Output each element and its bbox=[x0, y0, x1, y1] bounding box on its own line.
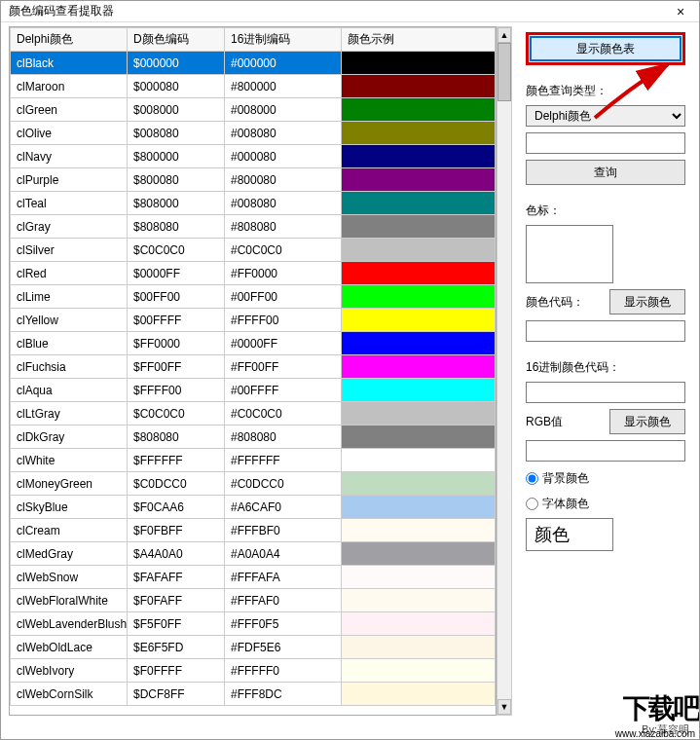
table-row[interactable]: clLime$00FF00#00FF00 bbox=[11, 285, 496, 309]
color-swatch bbox=[342, 285, 495, 308]
table-cell: $FF0000 bbox=[128, 332, 225, 355]
color-table[interactable]: Delphi颜色D颜色编码16进制编码颜色示例 clBlack$000000#0… bbox=[9, 26, 497, 716]
table-cell: clGray bbox=[11, 215, 128, 239]
table-cell: $C0C0C0 bbox=[128, 239, 225, 262]
table-cell: #808080 bbox=[225, 426, 342, 449]
table-row[interactable]: clBlue$FF0000#0000FF bbox=[11, 332, 496, 355]
rgb-input[interactable] bbox=[526, 440, 685, 462]
table-cell: #008080 bbox=[225, 192, 342, 215]
table-cell: clLtGray bbox=[11, 402, 128, 426]
table-row[interactable]: clLtGray$C0C0C0#C0C0C0 bbox=[11, 402, 496, 426]
table-cell: clGreen bbox=[11, 98, 128, 122]
scroll-track[interactable] bbox=[497, 43, 511, 699]
color-swatch-cell bbox=[342, 566, 496, 589]
close-icon[interactable]: × bbox=[666, 4, 695, 19]
color-swatch-cell bbox=[342, 75, 496, 98]
column-header[interactable]: 16进制编码 bbox=[225, 28, 342, 52]
column-header[interactable]: Delphi颜色 bbox=[11, 28, 128, 52]
color-swatch bbox=[342, 192, 495, 214]
table-row[interactable]: clWhite$FFFFFF#FFFFFF bbox=[11, 449, 496, 472]
table-row[interactable]: clWebIvory$F0FFFF#FFFFF0 bbox=[11, 659, 496, 683]
table-row[interactable]: clGreen$008000#008000 bbox=[11, 98, 496, 122]
color-swatch-cell bbox=[342, 52, 496, 75]
table-cell: $F0FFFF bbox=[128, 659, 225, 683]
table-cell: clLime bbox=[11, 285, 128, 309]
table-row[interactable]: clMedGray$A4A0A0#A0A0A4 bbox=[11, 542, 496, 566]
table-row[interactable]: clPurple$800080#800080 bbox=[11, 168, 496, 192]
color-swatch bbox=[342, 566, 495, 588]
color-swatch-cell bbox=[342, 98, 496, 122]
table-cell: #C0DCC0 bbox=[225, 472, 342, 496]
table-row[interactable]: clFuchsia$FF00FF#FF00FF bbox=[11, 355, 496, 379]
table-cell: $800000 bbox=[128, 145, 225, 168]
table-row[interactable]: clYellow$00FFFF#FFFF00 bbox=[11, 309, 496, 332]
color-swatch-cell bbox=[342, 168, 496, 192]
table-cell: $0000FF bbox=[128, 262, 225, 285]
color-swatch bbox=[342, 52, 495, 74]
table-cell: $F5F0FF bbox=[128, 612, 225, 636]
color-swatch bbox=[342, 168, 495, 191]
scrollbar[interactable]: ▲ ▼ bbox=[497, 26, 512, 716]
table-row[interactable]: clWebOldLace$E6F5FD#FDF5E6 bbox=[11, 636, 496, 659]
scroll-thumb[interactable] bbox=[497, 43, 511, 101]
color-swatch-cell bbox=[342, 192, 496, 215]
table-cell: $00FF00 bbox=[128, 285, 225, 309]
table-cell: $FFFF00 bbox=[128, 379, 225, 402]
color-swatch-cell bbox=[342, 426, 496, 449]
table-row[interactable]: clGray$808080#808080 bbox=[11, 215, 496, 239]
table-cell: #FFFF00 bbox=[225, 309, 342, 332]
table-cell: $F0CAA6 bbox=[128, 496, 225, 519]
table-cell: clBlue bbox=[11, 332, 128, 355]
table-cell: #FF00FF bbox=[225, 355, 342, 379]
column-header[interactable]: D颜色编码 bbox=[128, 28, 225, 52]
color-swatch bbox=[342, 589, 495, 611]
color-swatch bbox=[342, 472, 495, 495]
show-color-button-2[interactable]: 显示颜色 bbox=[609, 409, 685, 434]
table-row[interactable]: clOlive$008080#008080 bbox=[11, 122, 496, 145]
table-row[interactable]: clMoneyGreen$C0DCC0#C0DCC0 bbox=[11, 472, 496, 496]
table-cell: #FFFBF0 bbox=[225, 519, 342, 542]
table-row[interactable]: clWebSnow$FAFAFF#FFFAFA bbox=[11, 566, 496, 589]
table-row[interactable]: clMaroon$000080#800000 bbox=[11, 75, 496, 98]
query-input[interactable] bbox=[526, 132, 685, 154]
color-swatch-cell bbox=[342, 659, 496, 683]
table-row[interactable]: clWebLavenderBlush$F5F0FF#FFF0F5 bbox=[11, 612, 496, 636]
color-swatch bbox=[342, 355, 495, 378]
font-sample-box: 颜色 bbox=[526, 518, 613, 551]
hex-code-input[interactable] bbox=[526, 382, 685, 403]
table-row[interactable]: clDkGray$808080#808080 bbox=[11, 426, 496, 449]
table-row[interactable]: clSilver$C0C0C0#C0C0C0 bbox=[11, 239, 496, 262]
query-button[interactable]: 查询 bbox=[526, 160, 685, 185]
table-cell: clFuchsia bbox=[11, 355, 128, 379]
color-swatch bbox=[342, 379, 495, 401]
table-row[interactable]: clSkyBlue$F0CAA6#A6CAF0 bbox=[11, 496, 496, 519]
color-swatch bbox=[342, 145, 495, 167]
table-cell: $FAFAFF bbox=[128, 566, 225, 589]
column-header[interactable]: 颜色示例 bbox=[342, 28, 496, 52]
font-color-radio[interactable] bbox=[526, 498, 538, 510]
color-swatch-cell bbox=[342, 215, 496, 239]
table-row[interactable]: clWebFloralWhite$F0FAFF#FFFAF0 bbox=[11, 589, 496, 612]
show-color-button-1[interactable]: 显示颜色 bbox=[609, 289, 685, 314]
table-cell: $000000 bbox=[128, 52, 225, 75]
color-swatch-cell bbox=[342, 309, 496, 332]
table-cell: #800080 bbox=[225, 168, 342, 192]
bg-color-radio[interactable] bbox=[526, 472, 538, 485]
table-row[interactable]: clTeal$808000#008080 bbox=[11, 192, 496, 215]
color-swatch bbox=[342, 449, 495, 471]
color-swatch bbox=[342, 402, 495, 425]
table-row[interactable]: clWebCornSilk$DCF8FF#FFF8DC bbox=[11, 683, 496, 706]
color-swatch bbox=[342, 496, 495, 518]
table-row[interactable]: clNavy$800000#000080 bbox=[11, 145, 496, 168]
query-type-select[interactable]: Delphi颜色 bbox=[526, 105, 685, 127]
table-row[interactable]: clAqua$FFFF00#00FFFF bbox=[11, 379, 496, 402]
show-color-table-button[interactable]: 显示颜色表 bbox=[526, 32, 685, 65]
color-code-input[interactable] bbox=[526, 320, 685, 342]
table-cell: $FF00FF bbox=[128, 355, 225, 379]
table-row[interactable]: clBlack$000000#000000 bbox=[11, 52, 496, 75]
scroll-down-icon[interactable]: ▼ bbox=[497, 699, 511, 715]
table-row[interactable]: clRed$0000FF#FF0000 bbox=[11, 262, 496, 285]
table-cell: $DCF8FF bbox=[128, 683, 225, 706]
scroll-up-icon[interactable]: ▲ bbox=[497, 27, 511, 43]
table-row[interactable]: clCream$F0FBFF#FFFBF0 bbox=[11, 519, 496, 542]
